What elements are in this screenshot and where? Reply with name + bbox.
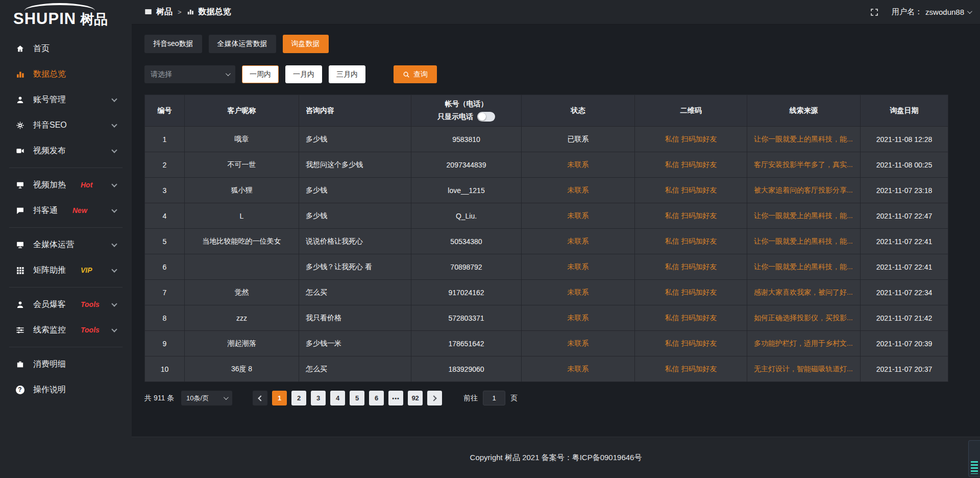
cell-account: 2097344839: [411, 152, 522, 178]
chevron-down-icon: [111, 96, 117, 102]
chevron-down-icon: [111, 267, 117, 272]
source-link[interactable]: 让你一眼就爱上的黑科技，能...: [747, 203, 861, 229]
sidebar-item-instructions[interactable]: 操作说明: [0, 377, 132, 402]
cell-id: 6: [145, 254, 185, 280]
tools-badge: Tools: [81, 300, 100, 308]
more-pages-button[interactable]: •••: [388, 391, 403, 405]
qrcode-link[interactable]: 私信 扫码加好友: [635, 331, 747, 356]
page-button-2[interactable]: 2: [291, 391, 306, 405]
sidebar-divider: [9, 227, 122, 228]
sidebar-item-lead-monitor[interactable]: 线索监控 Tools: [0, 317, 132, 343]
source-link[interactable]: 让你一眼就爱上的黑科技，能...: [747, 127, 861, 152]
page-button-5[interactable]: 5: [350, 391, 364, 405]
sidebar-item-member-baoke[interactable]: 会员爆客 Tools: [0, 292, 132, 317]
page-button-6[interactable]: 6: [369, 391, 384, 405]
source-link[interactable]: 感谢大家喜欢我家，被问了好...: [747, 280, 861, 305]
qrcode-link[interactable]: 私信 扫码加好友: [635, 203, 747, 229]
source-link[interactable]: 让你一眼就爱上的黑科技，能...: [747, 229, 861, 254]
table-row: 2 不可一世 我想问这个多少钱 2097344839 未联系 私信 扫码加好友 …: [145, 152, 948, 178]
page-button-92[interactable]: 92: [408, 391, 423, 405]
cell-nickname: zzz: [185, 305, 299, 331]
cell-date: 2021-11-07 22:34: [861, 280, 948, 305]
period-week-button[interactable]: 一周内: [242, 65, 279, 83]
user-zone: 用户名：zswodun88: [870, 7, 971, 17]
chevron-down-icon: [224, 395, 229, 400]
cell-content: 多少钱？让我死心 看: [299, 254, 411, 280]
qrcode-link[interactable]: 私信 扫码加好友: [635, 229, 747, 254]
status-badge: 未联系: [522, 356, 635, 382]
sidebar-item-video-publish[interactable]: 视频发布: [0, 138, 132, 163]
chevron-left-icon: [258, 395, 263, 401]
qrcode-link[interactable]: 私信 扫码加好友: [635, 305, 747, 331]
sidebar-item-matrix-boost[interactable]: 矩阵助推 VIP: [0, 257, 132, 283]
chevron-down-icon: [111, 207, 117, 212]
cell-date: 2021-11-07 22:47: [861, 203, 948, 229]
sidebar-item-label: 操作说明: [33, 385, 66, 395]
sidebar-item-account-mgmt[interactable]: 账号管理: [0, 87, 132, 112]
qrcode-link[interactable]: 私信 扫码加好友: [635, 254, 747, 280]
table-row: 8 zzz 我只看价格 572803371 未联系 私信 扫码加好友 如何正确选…: [145, 305, 948, 331]
status-badge: 未联系: [522, 178, 635, 203]
sidebar-item-label: 矩阵助推: [33, 265, 66, 276]
vip-badge: VIP: [81, 266, 92, 274]
next-page-button[interactable]: [427, 391, 442, 405]
status-badge: 未联系: [522, 203, 635, 229]
cell-nickname: 潮起潮落: [185, 331, 299, 356]
qrcode-link[interactable]: 私信 扫码加好友: [635, 280, 747, 305]
goto-page-input[interactable]: [483, 391, 505, 405]
cell-id: 3: [145, 178, 185, 203]
sidebar-item-label: 视频加热: [33, 180, 66, 190]
source-link[interactable]: 被大家追着问的客厅投影分享...: [747, 178, 861, 203]
source-link[interactable]: 如何正确选择投影仪，买投影...: [747, 305, 861, 331]
page-button-4[interactable]: 4: [330, 391, 345, 405]
qrcode-link[interactable]: 私信 扫码加好友: [635, 178, 747, 203]
tab-inquiry-data[interactable]: 询盘数据: [283, 35, 329, 53]
sidebar-item-omnimedia-ops[interactable]: 全媒体运营: [0, 232, 132, 257]
period-quarter-button[interactable]: 三月内: [329, 65, 365, 83]
qrcode-link[interactable]: 私信 扫码加好友: [635, 127, 747, 152]
cell-date: 2021-11-08 00:25: [861, 152, 948, 178]
source-link[interactable]: 客厅安装投影半年多了，真实...: [747, 152, 861, 178]
table-row: 7 觉然 怎么买 917024162 未联系 私信 扫码加好友 感谢大家喜欢我家…: [145, 280, 948, 305]
sidebar-item-data-overview[interactable]: 数据总览: [0, 61, 132, 87]
fullscreen-icon[interactable]: [870, 8, 878, 16]
floating-widget[interactable]: [968, 440, 980, 477]
source-link[interactable]: 让你一眼就爱上的黑科技，能...: [747, 254, 861, 280]
sidebar-item-label: 首页: [33, 43, 50, 54]
col-header-nickname: 客户昵称: [185, 95, 299, 127]
user-menu[interactable]: 用户名：zswodun88: [892, 7, 971, 17]
chat-bubble-icon: [15, 206, 24, 215]
sidebar-divider: [9, 287, 122, 288]
page-button-1[interactable]: 1: [272, 391, 287, 405]
sliders-icon: [15, 325, 24, 334]
search-icon: [403, 71, 410, 78]
breadcrumb-app[interactable]: 树品: [156, 7, 173, 17]
cell-id: 1: [145, 127, 185, 152]
sidebar-item-label: 数据总览: [33, 69, 66, 80]
table-row: 10 36度 8 怎么买 183929060 未联系 私信 扫码加好友 无主灯设…: [145, 356, 948, 382]
query-button[interactable]: 查询: [394, 65, 437, 83]
display-icon: [15, 240, 24, 249]
phone-only-toggle[interactable]: [477, 112, 495, 122]
tab-douyin-seo-data[interactable]: 抖音seo数据: [144, 35, 202, 53]
sidebar-item-doketong[interactable]: 抖客通 New: [0, 198, 132, 223]
period-month-button[interactable]: 一月内: [285, 65, 322, 83]
tab-omnimedia-data[interactable]: 全媒体运营数据: [209, 35, 276, 53]
new-badge: New: [72, 206, 87, 214]
sidebar-item-video-heating[interactable]: 视频加热 Hot: [0, 172, 132, 198]
qrcode-link[interactable]: 私信 扫码加好友: [635, 356, 747, 382]
account-select[interactable]: 请选择: [144, 65, 235, 83]
sidebar-item-spending-detail[interactable]: 消费明细: [0, 351, 132, 377]
source-link[interactable]: 多功能护栏灯，适用于乡村文...: [747, 331, 861, 356]
cell-id: 2: [145, 152, 185, 178]
page-button-3[interactable]: 3: [311, 391, 326, 405]
source-link[interactable]: 无主灯设计，智能磁吸轨道灯...: [747, 356, 861, 382]
qrcode-link[interactable]: 私信 扫码加好友: [635, 152, 747, 178]
sidebar-item-label: 会员爆客: [33, 299, 66, 310]
main-content: 抖音seo数据 全媒体运营数据 询盘数据 请选择 一周内 一月内 三月内 查询 …: [132, 25, 980, 437]
prev-page-button[interactable]: [253, 391, 267, 405]
page-size-select[interactable]: 10条/页: [181, 391, 232, 405]
cell-date: 2021-11-08 12:28: [861, 127, 948, 152]
sidebar-item-douyin-seo[interactable]: 抖音SEO: [0, 112, 132, 138]
sidebar-item-home[interactable]: 首页: [0, 36, 132, 61]
